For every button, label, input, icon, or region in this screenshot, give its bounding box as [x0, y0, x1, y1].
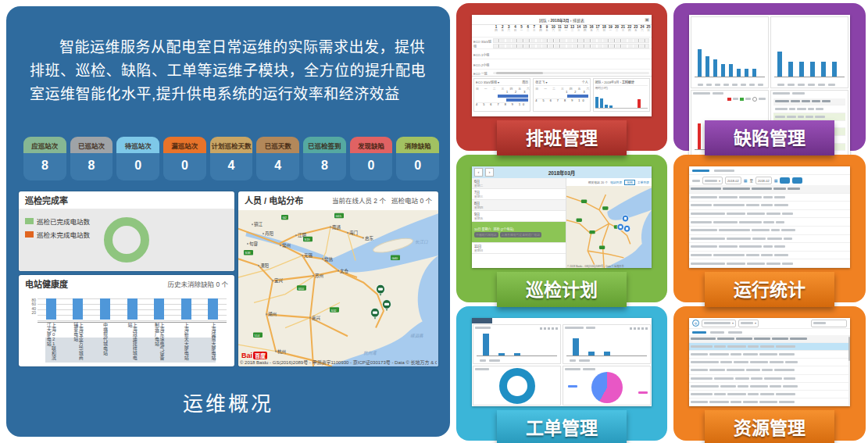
y-axis-ticks: 80604020 — [25, 298, 36, 315]
panel-title: 巡检完成率 — [25, 194, 68, 206]
table-row[interactable] — [689, 391, 848, 398]
table-row[interactable] — [689, 359, 848, 366]
table-row[interactable] — [689, 218, 850, 227]
svg-text:苏州: 苏州 — [315, 273, 323, 279]
chart-toolbar-icons[interactable] — [540, 327, 558, 330]
table-row[interactable] — [773, 105, 845, 113]
online-personnel-note: 当前在线人员 2 个 — [332, 197, 386, 205]
svg-text:杭州湾: 杭州湾 — [363, 351, 377, 355]
table-row[interactable] — [689, 227, 850, 235]
shift-bars — [535, 95, 588, 98]
history-defect-note: 历史未消除缺陷 0 个 — [168, 279, 228, 288]
svg-text:S19: S19 — [305, 238, 311, 241]
schedule-row: ECO 35kV班组 — [472, 38, 652, 49]
station-select[interactable]: ▾ — [702, 320, 736, 327]
table-row[interactable] — [689, 259, 850, 268]
defect-bar-chart-1 — [691, 16, 769, 88]
query-button[interactable] — [780, 177, 790, 184]
table-row[interactable] — [689, 210, 850, 219]
info-icon[interactable]: ◍ — [692, 320, 699, 327]
prev-icon[interactable]: ‹ — [548, 18, 549, 23]
module-card-work-orders: 工单管理 — [456, 306, 667, 441]
stat-card: 计划巡检天数4 — [210, 137, 253, 180]
plan-day-row[interactable]: 8日星期四 — [472, 200, 566, 211]
svg-text:514: 514 — [255, 334, 260, 338]
overview-charts: 巡检完成率 巡检已完成电站数巡检未完成电站数 电站健康度 历史未消除缺陷 0 个… — [19, 191, 438, 366]
table-row[interactable] — [689, 351, 848, 359]
tab-station-list[interactable]: 电站列表 — [610, 180, 622, 184]
station-chip[interactable]: 中福现代城电站 — [474, 232, 498, 238]
search-input[interactable] — [811, 320, 847, 327]
workorder-donut-chart — [473, 366, 561, 405]
tab-map[interactable]: 地图 — [624, 180, 635, 185]
chevron-down-icon[interactable]: ▾ — [545, 80, 547, 84]
table-row[interactable] — [689, 194, 850, 202]
table-row[interactable] — [689, 383, 848, 391]
poster-canvas: 智能运维服务从配电室日常运维的实际需求出发，提供排班、巡检、缺陷、工单等运维子模… — [0, 0, 868, 443]
svg-text:杭州: 杭州 — [277, 348, 286, 355]
health-bar-column: 上海宝业万华城商铺变电站 — [65, 298, 92, 366]
plan-day-row-selected[interactable]: 10日 星期六巡检 (2个电站)中福现代城电站上海东速电气设备制造厂电站 — [472, 222, 566, 243]
health-bar-column: 上海新天大厦电站 — [173, 298, 200, 366]
calendar-icon[interactable]: ▦ — [744, 178, 748, 183]
calendar-icon[interactable]: ▣ — [645, 16, 649, 22]
calendar-header: ‹ › 2018年03月 — [472, 166, 652, 178]
schedule-screenshot: 团队 ‹ 2018年3月 › 排班表 ▣ 1四2五3六4日5一6二7三8四9五1… — [472, 15, 652, 116]
station-chip[interactable]: 上海东速电气设备制造厂电站 — [500, 232, 541, 238]
tab-workorder-list[interactable]: 工单列表 — [638, 180, 649, 184]
vertical-scrollbar[interactable] — [848, 335, 850, 406]
table-row[interactable] — [689, 243, 850, 252]
next-icon[interactable]: › — [570, 18, 572, 23]
baidu-map[interactable]: G2G15S19S38G50G40S32514 镇江丹阳句容常州江阴南通海门启东… — [238, 210, 438, 366]
table-row[interactable] — [689, 252, 850, 260]
stat-card: 应巡站次8 — [23, 137, 66, 180]
table-row[interactable] — [689, 375, 848, 383]
related-station-count: 相关电站 20 个 — [588, 180, 608, 184]
loop-select[interactable]: ▾ — [702, 177, 723, 184]
shift-chips[interactable] — [493, 38, 649, 49]
resources-screenshot: ◍ ▾ ▾ — [689, 318, 850, 406]
export-button[interactable] — [792, 177, 802, 184]
calendar-icon[interactable]: ▦ — [774, 178, 778, 183]
svg-text:长江口: 长江口 — [415, 240, 429, 245]
date-to-input[interactable]: 2018-02 — [755, 177, 772, 184]
plan-day-row[interactable]: 6日星期二 — [472, 178, 566, 189]
plan-map[interactable] — [566, 186, 652, 268]
schedule-row: ECO 一班 — [472, 70, 652, 76]
module-card-schedule: 团队 ‹ 2018年3月 › 排班表 ▣ 1四2五3六4日5一6二7三8四9五1… — [456, 3, 667, 151]
table-row[interactable] — [689, 398, 848, 406]
svg-text:太仓: 太仓 — [340, 267, 348, 273]
stats-tabs[interactable] — [689, 166, 850, 175]
plan-day-row[interactable]: 7日星期三 — [472, 189, 566, 200]
page-title-tab — [472, 318, 492, 323]
table-row[interactable] — [689, 235, 850, 244]
svg-text:G2: G2 — [283, 216, 288, 220]
workorder-bar-chart-2 — [563, 324, 651, 364]
table-row[interactable] — [689, 343, 848, 351]
plan-day-row[interactable]: 9日星期五 — [472, 211, 566, 222]
team-week-calendar: ECO 35kV班组 ▾ 周历 日 一 二 三 四 五 六 1 2 3 4 5 … — [473, 78, 530, 112]
svg-text:宜兴: 宜兴 — [274, 277, 283, 284]
map-attribution: © 2018 Baidu - GS(2016)2089号 - 甲测资字11009… — [240, 359, 437, 366]
work-orders-screenshot — [472, 318, 652, 406]
table-row[interactable] — [689, 366, 848, 374]
schedule-row: ECO-1小组 — [472, 49, 652, 59]
date-from-input[interactable]: 2018-02 — [725, 177, 741, 184]
run-stats-screenshot: ▾ 2018-02 ▦ 至 2018-02 ▦ — [689, 166, 850, 268]
type-select[interactable]: ▾ — [738, 320, 759, 327]
stat-card: 漏巡站次0 — [163, 137, 206, 180]
stat-card: 已巡检签到8 — [303, 137, 346, 180]
svg-text:无锡: 无锡 — [304, 252, 313, 259]
table-header-row — [773, 98, 845, 106]
chevron-down-icon[interactable]: ▾ — [498, 80, 499, 84]
schedule-date-header: 1四2五3六4日5一6二7三8四9五10六11日12一13二14三15四16五1… — [472, 25, 652, 38]
panel-caption: 运维概况 — [6, 388, 450, 416]
horizontal-scrollbar[interactable] — [493, 72, 649, 74]
chart-toolbar-icons[interactable] — [630, 327, 648, 330]
module-label-defects: 缺陷管理 — [705, 120, 834, 155]
plan-day-row[interactable]: 11日星期日 — [472, 243, 566, 254]
svg-text:S32: S32 — [331, 308, 338, 312]
svg-text:句容: 句容 — [249, 241, 258, 247]
schedule-header: 团队 ‹ 2018年3月 › 排班表 — [539, 17, 584, 23]
table-row[interactable] — [689, 202, 850, 210]
